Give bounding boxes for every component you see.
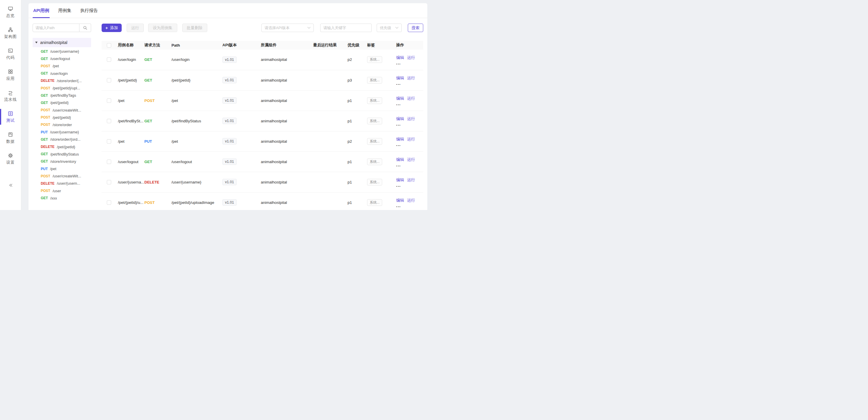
tree-item[interactable]: POST /user/createWit... — [33, 173, 91, 180]
sidebar-item-architecture[interactable]: 架构图 — [0, 25, 21, 41]
edit-link[interactable]: 编辑 — [396, 55, 404, 60]
monitor-icon — [7, 6, 13, 12]
endpoint-path: /user/{username} — [50, 49, 79, 54]
row-checkbox[interactable] — [107, 57, 111, 62]
run-link[interactable]: 运行 — [407, 157, 415, 162]
edit-link[interactable]: 编辑 — [396, 178, 404, 182]
tree-item[interactable]: POST /user — [33, 187, 91, 194]
tree-item[interactable]: GET /xxx — [33, 194, 91, 202]
api-version-select[interactable]: 请选择API版本 — [261, 24, 314, 32]
batch-delete-button[interactable]: 批量删除 — [182, 24, 207, 32]
tree-item[interactable]: POST /pet/{petId}/upl... — [33, 85, 91, 92]
sidebar-item-apps[interactable]: 应用 — [0, 66, 21, 83]
tree-item[interactable]: GET /pet/{petId} — [33, 99, 91, 106]
tree-item[interactable]: PUT /pet — [33, 165, 91, 173]
tag-badge[interactable]: 系统... — [367, 118, 382, 124]
tree-item[interactable]: GET /store/inventory — [33, 158, 91, 165]
tree-item[interactable]: DELETE /pet/{petId} — [33, 143, 91, 150]
more-actions-button[interactable]: ... — [396, 82, 423, 85]
edit-link[interactable]: 编辑 — [396, 137, 404, 141]
keyword-input[interactable] — [320, 24, 372, 32]
sidebar-item-settings[interactable]: 设置 — [0, 150, 21, 167]
row-checkbox[interactable] — [107, 119, 111, 123]
tab-case-sets[interactable]: 用例集 — [58, 3, 72, 18]
tree-item[interactable]: PUT /user/{username} — [33, 128, 91, 136]
case-name-cell: /pet/{petId} — [118, 70, 144, 90]
edit-link[interactable]: 编辑 — [396, 76, 404, 80]
row-checkbox[interactable] — [107, 78, 111, 83]
run-link[interactable]: 运行 — [407, 55, 415, 60]
tag-badge[interactable]: 系统... — [367, 77, 382, 84]
more-actions-button[interactable]: ... — [396, 143, 423, 146]
edit-link[interactable]: 编辑 — [396, 117, 404, 121]
tree-item[interactable]: GET /user/{username} — [33, 48, 91, 55]
tag-badge[interactable]: 系统... — [367, 138, 382, 145]
tree-item[interactable]: POST /store/order — [33, 121, 91, 128]
tree-item[interactable]: GET /pet/findByTags — [33, 92, 91, 99]
tree-root-node[interactable]: animalhostpital — [33, 38, 91, 47]
edit-link[interactable]: 编辑 — [396, 157, 404, 162]
tag-badge[interactable]: 系统... — [367, 158, 382, 165]
tree-item[interactable]: GET /pet/findByStatus — [33, 151, 91, 158]
api-version-badge: v1.01 — [222, 118, 237, 124]
api-tree-panel: animalhostpital GET /user/{username} GET… — [33, 24, 91, 210]
sidebar-item-pipeline[interactable]: 流水线 — [0, 87, 21, 104]
sidebar-item-data[interactable]: 数据 — [0, 129, 21, 146]
more-actions-button[interactable]: ... — [396, 123, 423, 125]
row-checkbox[interactable] — [107, 180, 111, 184]
sidebar-item-code[interactable]: 代码 — [0, 46, 21, 62]
case-name-cell: /user/login — [118, 50, 144, 70]
tree-item[interactable]: POST /pet/{petId} — [33, 114, 91, 121]
tag-badge[interactable]: 系统... — [367, 179, 382, 185]
case-name-cell: /user/logout — [118, 151, 144, 172]
run-link[interactable]: 运行 — [407, 137, 415, 141]
run-link[interactable]: 运行 — [407, 178, 415, 182]
tree-item[interactable]: POST /pet — [33, 62, 91, 70]
tree-item[interactable]: GET /user/logout — [33, 55, 91, 62]
tree-item[interactable]: POST /user/createWit... — [33, 107, 91, 114]
run-link[interactable]: 运行 — [407, 76, 415, 80]
more-actions-button[interactable]: ... — [396, 163, 423, 166]
row-checkbox[interactable] — [107, 160, 111, 164]
tree-item[interactable]: DELETE /store/order/{... — [33, 77, 91, 85]
set-as-suite-button[interactable]: 设为用例集 — [148, 24, 177, 32]
tag-badge[interactable]: 系统... — [367, 56, 382, 63]
sidebar-item-test[interactable]: 测试 — [0, 108, 21, 125]
component-name: animalhostpital — [261, 57, 287, 62]
tag-badge[interactable]: 系统... — [367, 199, 382, 206]
tag-badge[interactable]: 系统... — [367, 97, 382, 104]
component-cell: animalhostpital — [261, 50, 313, 70]
add-button[interactable]: + 添加 — [101, 24, 122, 32]
priority-select[interactable]: 优先级 — [377, 24, 402, 32]
row-checkbox[interactable] — [107, 139, 111, 144]
path-search-input[interactable] — [33, 24, 80, 32]
component-name: animalhostpital — [261, 98, 287, 103]
tree-search-button[interactable] — [80, 24, 91, 32]
run-link[interactable]: 运行 — [407, 198, 415, 203]
method-label: POST — [41, 108, 50, 112]
collapse-sidebar-button[interactable] — [7, 182, 13, 189]
endpoint-path: /pet/{petId} — [57, 145, 75, 149]
row-checkbox[interactable] — [107, 200, 111, 205]
more-actions-button[interactable]: ... — [396, 61, 423, 64]
tree-item[interactable]: GET /store/order/{ord... — [33, 136, 91, 143]
run-button[interactable]: 运行 — [127, 24, 144, 32]
chevron-down-icon — [395, 27, 399, 29]
tree-item[interactable]: GET /user/login — [33, 70, 91, 77]
more-actions-button[interactable]: ... — [396, 184, 423, 187]
more-actions-button[interactable]: ... — [396, 204, 423, 207]
more-actions-button[interactable]: ... — [396, 102, 423, 105]
tab-api-cases[interactable]: API用例 — [33, 3, 50, 18]
run-link[interactable]: 运行 — [407, 96, 415, 100]
search-button[interactable]: 搜索 — [408, 24, 423, 32]
tree-item[interactable]: DELETE /user/{usern... — [33, 180, 91, 187]
row-checkbox[interactable] — [107, 98, 111, 103]
tab-exec-reports[interactable]: 执行报告 — [80, 3, 98, 18]
edit-link[interactable]: 编辑 — [396, 198, 404, 203]
select-all-checkbox[interactable] — [107, 43, 111, 48]
case-name-cell: /pet — [118, 90, 144, 111]
sidebar-item-overview[interactable]: 总览 — [0, 3, 21, 20]
sidebar-item-label: 流水线 — [4, 97, 17, 102]
run-link[interactable]: 运行 — [407, 117, 415, 121]
edit-link[interactable]: 编辑 — [396, 96, 404, 100]
